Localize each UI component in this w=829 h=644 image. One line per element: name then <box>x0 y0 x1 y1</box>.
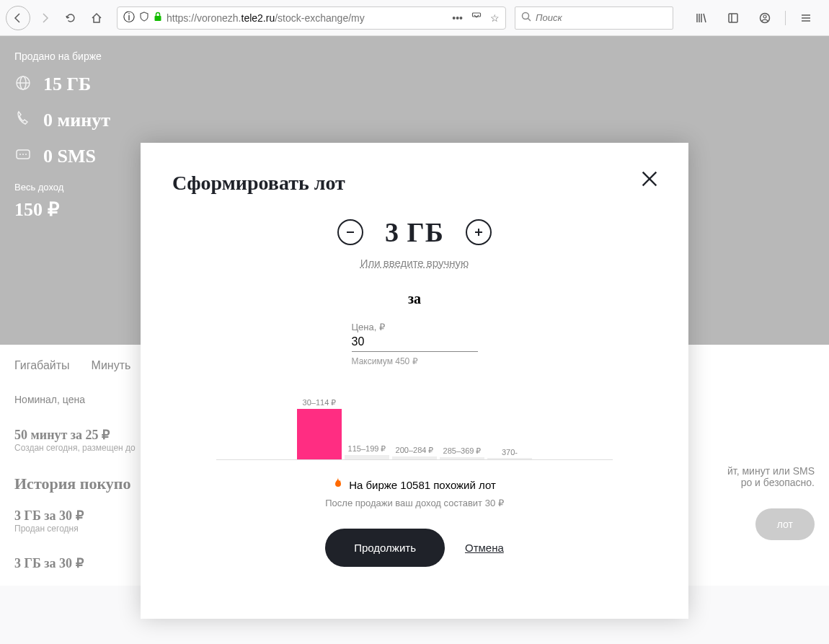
reload-button[interactable] <box>59 6 82 30</box>
close-button[interactable] <box>639 169 660 194</box>
divider <box>785 11 786 25</box>
histogram-bar[interactable]: 285–369 ₽ <box>440 446 484 459</box>
histogram-bar-label: 370- <box>502 448 518 456</box>
price-histogram: 30–114 ₽115–199 ₽200–284 ₽285–369 ₽370- <box>216 395 613 460</box>
cancel-button[interactable]: Отмена <box>465 542 504 554</box>
histogram-bar-label: 30–114 ₽ <box>303 398 337 407</box>
histogram-bar-rect <box>345 455 389 459</box>
home-button[interactable] <box>85 6 108 30</box>
search-icon <box>521 12 531 25</box>
svg-point-2 <box>523 12 529 19</box>
manual-input-link[interactable]: Или введите вручную <box>172 257 657 269</box>
url-bar[interactable]: ⓘ https://voronezh.tele2.ru/stock-exchan… <box>117 6 506 30</box>
url-text: https://voronezh.tele2.ru/stock-exchange… <box>167 12 443 24</box>
url-domain: tele2.ru <box>241 12 275 24</box>
histogram-bar-label: 115–199 ₽ <box>348 444 386 454</box>
histogram-bar[interactable]: 115–199 ₽ <box>345 444 389 459</box>
histogram-bar-label: 285–369 ₽ <box>443 446 482 456</box>
toolbar-right <box>690 6 823 30</box>
more-icon[interactable]: ••• <box>452 12 463 24</box>
shield-icon[interactable] <box>139 12 149 25</box>
svg-rect-4 <box>729 14 737 22</box>
histogram-bar-rect <box>487 458 532 459</box>
modal-overlay: Сформировать лот 3 ГБ Или введите вручну… <box>0 36 829 644</box>
url-prefix: https://voronezh. <box>167 12 241 24</box>
histogram-bar[interactable]: 200–284 ₽ <box>392 446 437 459</box>
similar-lots-text: На бирже 10581 похожий лот <box>349 479 496 491</box>
histogram-bar-rect <box>297 409 342 459</box>
search-input[interactable] <box>536 12 667 23</box>
flame-icon <box>333 477 343 492</box>
lock-icon <box>154 12 162 24</box>
info-icon[interactable]: ⓘ <box>123 10 135 25</box>
amount-row: 3 ГБ <box>172 216 657 248</box>
search-bar[interactable] <box>515 6 673 30</box>
library-icon[interactable] <box>690 6 713 30</box>
amount-value: 3 ГБ <box>385 216 444 248</box>
histogram-bar-rect <box>392 456 437 459</box>
price-input[interactable] <box>352 332 478 352</box>
sidebar-icon[interactable] <box>722 6 745 30</box>
actions-row: Продолжить Отмена <box>172 529 657 567</box>
modal-title: Сформировать лот <box>172 172 657 195</box>
histogram-bar[interactable]: 370- <box>487 448 532 459</box>
similar-lots-row: На бирже 10581 похожий лот <box>172 477 657 492</box>
svg-rect-0 <box>155 16 161 21</box>
plus-button[interactable] <box>466 219 492 245</box>
price-block: Цена, ₽ Максимум 450 ₽ <box>352 322 478 366</box>
for-label: за <box>172 291 657 307</box>
continue-button[interactable]: Продолжить <box>325 529 445 567</box>
back-button[interactable] <box>6 6 30 30</box>
menu-icon[interactable] <box>794 6 817 30</box>
svg-point-7 <box>763 15 766 18</box>
account-icon[interactable] <box>753 6 776 30</box>
url-suffix: /stock-exchange/my <box>275 12 365 24</box>
pocket-icon[interactable] <box>471 12 482 24</box>
forward-button <box>33 6 56 30</box>
bookmark-star-icon[interactable]: ☆ <box>490 12 500 24</box>
minus-button[interactable] <box>337 219 363 245</box>
after-sale-text: После продажи ваш доход составит 30 ₽ <box>172 498 657 508</box>
histogram-bar-label: 200–284 ₽ <box>396 446 434 455</box>
browser-toolbar: ⓘ https://voronezh.tele2.ru/stock-exchan… <box>0 0 829 36</box>
svg-line-3 <box>528 18 531 21</box>
svg-rect-1 <box>473 13 481 17</box>
histogram-bar-rect <box>440 457 484 459</box>
create-lot-modal: Сформировать лот 3 ГБ Или введите вручну… <box>141 143 688 619</box>
histogram-bar[interactable]: 30–114 ₽ <box>297 398 342 459</box>
price-label: Цена, ₽ <box>352 322 478 332</box>
price-max: Максимум 450 ₽ <box>352 356 478 366</box>
